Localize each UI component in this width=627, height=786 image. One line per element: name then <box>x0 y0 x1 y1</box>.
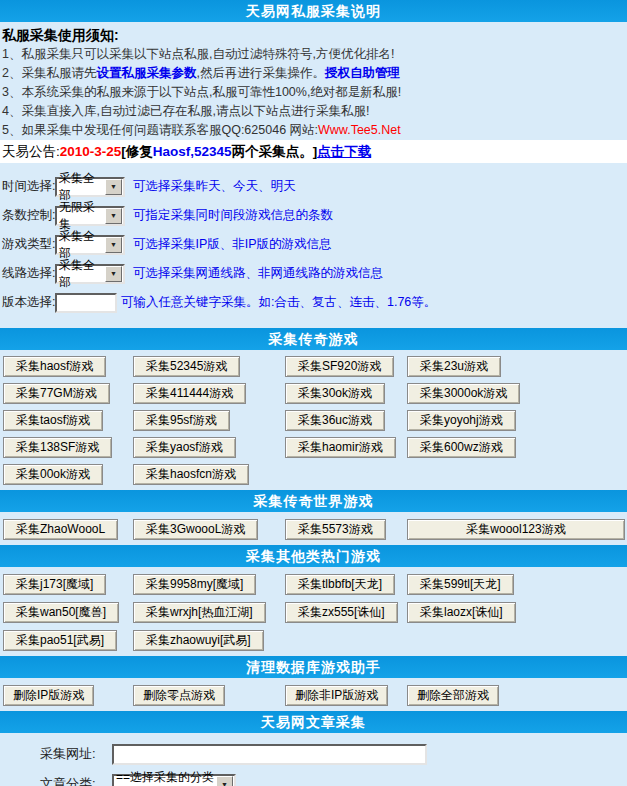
button-row: 采集taosf游戏 采集95sf游戏 采集36uc游戏 采集yoyohj游戏 <box>0 407 627 434</box>
collect-game-button[interactable]: 采集52345游戏 <box>133 356 240 377</box>
filter-row-version: 版本选择: 可输入任意关键字采集。如:合击、复古、连击、1.76等。 <box>0 288 627 317</box>
collect-game-button[interactable]: 采集9958my[魔域] <box>133 574 256 595</box>
line-select[interactable]: 采集全部▼ <box>55 264 125 284</box>
site-link[interactable]: Www.Tee5.Net <box>318 123 401 137</box>
button-row: 采集pao51[武易] 采集zhaowuyi[武易] <box>0 626 627 654</box>
set-params-link[interactable]: 设置私服采集参数 <box>96 66 196 80</box>
announce-date: 2010-3-25 <box>60 144 122 159</box>
legend-button-grid: 采集haosf游戏 采集52345游戏 采集SF920游戏 采集23u游戏 采集… <box>0 350 627 490</box>
line-select-value: 采集全部 <box>59 257 105 291</box>
collect-game-button[interactable]: 采集00ok游戏 <box>3 464 103 485</box>
collect-game-button[interactable]: 采集wrxjh[热血江湖] <box>133 602 266 623</box>
button-row: 删除IP版游戏 删除零点游戏 删除非IP版游戏 删除全部游戏 <box>0 681 627 709</box>
article-url-row: 采集网址: <box>0 739 627 769</box>
category-select[interactable]: ==选择采集的分类==▼ <box>112 774 236 786</box>
collect-game-button[interactable]: 采集zhaowuyi[武易] <box>133 630 264 651</box>
chevron-down-icon[interactable]: ▼ <box>105 208 122 224</box>
delete-games-button[interactable]: 删除零点游戏 <box>133 685 225 706</box>
collect-game-button[interactable]: 采集yaosf游戏 <box>133 437 236 458</box>
section-header-article: 天易网文章采集 <box>0 711 627 733</box>
page: 天易网私服采集说明 私服采集使用须知: 1、私服采集只可以采集以下站点私服,自动… <box>0 0 627 786</box>
category-select-value: ==选择采集的分类== <box>116 769 216 786</box>
line-label: 线路选择: <box>0 265 55 282</box>
type-select[interactable]: 采集全部▼ <box>55 235 125 255</box>
filter-form: 时间选择: 采集全部▼ 可选择采集昨天、今天、明天 条数控制: 无限采集▼ 可指… <box>0 163 627 328</box>
chevron-down-icon[interactable]: ▼ <box>105 237 122 253</box>
version-help: 可输入任意关键字采集。如:合击、复古、连击、1.76等。 <box>121 294 436 311</box>
chevron-down-icon[interactable]: ▼ <box>105 266 122 282</box>
notice-panel: 私服采集使用须知: 1、私服采集只可以采集以下站点私服,自动过滤特殊符号,方便优… <box>0 22 627 140</box>
section-header-legend: 采集传奇游戏 <box>0 328 627 350</box>
collect-game-button[interactable]: 采集haomir游戏 <box>285 437 396 458</box>
collect-game-button[interactable]: 采集36uc游戏 <box>285 410 385 431</box>
collect-game-button[interactable]: 采集haosf游戏 <box>3 356 106 377</box>
filter-row-count: 条数控制: 无限采集▼ 可指定采集同时间段游戏信息的条数 <box>0 201 627 230</box>
chevron-down-icon[interactable]: ▼ <box>105 179 122 195</box>
collect-game-button[interactable]: 采集tlbbfb[天龙] <box>285 574 395 595</box>
collect-game-button[interactable]: 采集ZhaoWoooL <box>3 519 118 540</box>
article-category-row: 文章分类: ==选择采集的分类==▼ <box>0 769 627 786</box>
collect-game-button[interactable]: 采集zx555[诛仙] <box>285 602 398 623</box>
count-select[interactable]: 无限采集▼ <box>55 206 125 226</box>
collect-game-button[interactable]: 采集5573游戏 <box>285 519 386 540</box>
collect-game-button[interactable]: 采集SF920游戏 <box>285 356 394 377</box>
announce-label: 天易公告: <box>2 144 60 159</box>
article-form: 采集网址: 文章分类: ==选择采集的分类==▼ <box>0 733 627 786</box>
filter-row-line: 线路选择: 采集全部▼ 可选择采集网通线路、非网通线路的游戏信息 <box>0 259 627 288</box>
section-header-hot: 采集其他类热门游戏 <box>0 545 627 567</box>
category-label: 文章分类: <box>40 775 112 786</box>
delete-games-button[interactable]: 删除全部游戏 <box>407 685 499 706</box>
collect-game-button[interactable]: 采集taosf游戏 <box>3 410 103 431</box>
collect-game-button[interactable]: 采集woool123游戏 <box>407 519 625 540</box>
filter-row-time: 时间选择: 采集全部▼ 可选择采集昨天、今天、明天 <box>0 172 627 201</box>
collect-game-button[interactable]: 采集wan50[魔兽] <box>3 602 119 623</box>
collect-game-button[interactable]: 采集23u游戏 <box>407 356 501 377</box>
version-label: 版本选择: <box>0 294 55 311</box>
notice-line-5: 5、如果采集中发现任何问题请联系客服QQ:625046 网站:Www.Tee5.… <box>2 121 627 140</box>
notice-line-1: 1、私服采集只可以采集以下站点私服,自动过滤特殊符号,方便优化排名! <box>2 45 627 64</box>
notice-text: 1、私服采集只可以采集以下站点私服,自动过滤特殊符号,方便优化排名! <box>2 47 394 61</box>
collect-game-button[interactable]: 采集30ok游戏 <box>285 383 385 404</box>
collect-game-button[interactable]: 采集600wz游戏 <box>407 437 516 458</box>
chevron-down-icon[interactable]: ▼ <box>216 776 233 786</box>
count-label: 条数控制: <box>0 207 55 224</box>
button-row: 采集j173[魔域] 采集9958my[魔域] 采集tlbbfb[天龙] 采集5… <box>0 570 627 598</box>
collect-game-button[interactable]: 采集pao51[武易] <box>3 630 117 651</box>
notice-text: 2、采集私服请先 <box>2 66 96 80</box>
time-label: 时间选择: <box>0 178 55 195</box>
notice-line-4: 4、采集直接入库,自动过滤已存在私服,请点以下站点进行采集私服! <box>2 102 627 121</box>
url-input[interactable] <box>112 744 427 765</box>
type-help: 可选择采集IP版、非IP版的游戏信息 <box>133 236 332 253</box>
collect-game-button[interactable]: 采集599tl[天龙] <box>407 574 514 595</box>
button-row: 采集wan50[魔兽] 采集wrxjh[热血江湖] 采集zx555[诛仙] 采集… <box>0 598 627 626</box>
button-row: 采集00ok游戏 采集haosfcn游戏 <box>0 461 627 488</box>
line-help: 可选择采集网通线路、非网通线路的游戏信息 <box>133 265 383 282</box>
download-link[interactable]: 点击下载 <box>317 144 371 159</box>
collect-game-button[interactable]: 采集95sf游戏 <box>133 410 230 431</box>
section-header-woool: 采集传奇世界游戏 <box>0 490 627 512</box>
notice-line-2: 2、采集私服请先设置私服采集参数,然后再进行采集操作。授权自助管理 <box>2 64 627 83</box>
collect-game-button[interactable]: 采集laozx[诛仙] <box>407 602 516 623</box>
auth-manage-link[interactable]: 授权自助管理 <box>325 66 400 80</box>
collect-game-button[interactable]: 采集411444游戏 <box>133 383 246 404</box>
section-header-clean: 清理数据库游戏助手 <box>0 656 627 678</box>
delete-games-button[interactable]: 删除非IP版游戏 <box>285 685 388 706</box>
notice-heading: 私服采集使用须知: <box>2 25 627 45</box>
button-row: 采集138SF游戏 采集yaosf游戏 采集haomir游戏 采集600wz游戏 <box>0 434 627 461</box>
collect-game-button[interactable]: 采集j173[魔域] <box>3 574 106 595</box>
page-title: 天易网私服采集说明 <box>0 0 627 22</box>
clean-button-grid: 删除IP版游戏 删除零点游戏 删除非IP版游戏 删除全部游戏 <box>0 678 627 711</box>
button-row: 采集77GM游戏 采集411444游戏 采集30ok游戏 采集3000ok游戏 <box>0 380 627 407</box>
collect-game-button[interactable]: 采集yoyohj游戏 <box>407 410 516 431</box>
time-select[interactable]: 采集全部▼ <box>55 177 125 197</box>
collect-game-button[interactable]: 采集haosfcn游戏 <box>133 464 249 485</box>
collect-game-button[interactable]: 采集3000ok游戏 <box>407 383 520 404</box>
notice-text: 5、如果采集中发现任何问题请联系客服QQ:625046 网站: <box>2 123 318 137</box>
collect-game-button[interactable]: 采集77GM游戏 <box>3 383 110 404</box>
collect-game-button[interactable]: 采集3GwoooL游戏 <box>133 519 258 540</box>
count-help: 可指定采集同时间段游戏信息的条数 <box>133 207 333 224</box>
notice-text: 3、本系统采集的私服来源于以下站点,私服可靠性100%,绝对都是新私服! <box>2 85 401 99</box>
delete-games-button[interactable]: 删除IP版游戏 <box>3 685 94 706</box>
collect-game-button[interactable]: 采集138SF游戏 <box>3 437 112 458</box>
version-input[interactable] <box>55 293 117 313</box>
